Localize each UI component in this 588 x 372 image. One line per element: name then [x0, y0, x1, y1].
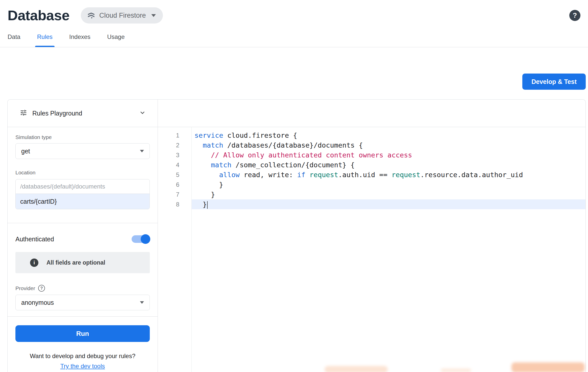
line-number: 6 [158, 180, 191, 190]
line-number: 4 [158, 160, 191, 170]
location-field: /databases/(default)/documents carts/{ca… [15, 179, 150, 209]
collapse-chevron-icon[interactable] [138, 109, 146, 118]
rules-card: Rules Playground Simulation type get Loc… [7, 99, 586, 372]
help-button[interactable]: ? [569, 10, 580, 21]
header: Database Cloud Firestore ? [0, 0, 588, 24]
provider-label-row: Provider ? [15, 285, 150, 292]
rules-editor: 12345678 service cloud.firestore { match… [158, 100, 585, 372]
rules-playground-panel: Rules Playground Simulation type get Loc… [8, 100, 158, 372]
tab-indexes[interactable]: Indexes [67, 29, 92, 47]
code-line-8[interactable]: } [192, 199, 585, 209]
develop-test-button[interactable]: Develop & Test [522, 74, 586, 90]
tab-data[interactable]: Data [6, 29, 22, 47]
firestore-rules-page: Database Cloud Firestore ? Data Rules In… [0, 0, 588, 372]
code-line-2[interactable]: match /databases/{database}/documents { [192, 140, 585, 150]
code-line-6[interactable]: } [192, 180, 585, 190]
toggle-knob [141, 234, 150, 244]
editor-gutter: 12345678 [158, 127, 192, 372]
dev-tools-question: Want to develop and debug your rules? [15, 353, 150, 360]
simulation-type-value: get [21, 148, 30, 155]
code-line-1[interactable]: service cloud.firestore { [192, 130, 585, 140]
firestore-icon [87, 11, 95, 20]
authenticated-row: Authenticated [15, 235, 150, 243]
line-number: 3 [158, 150, 191, 160]
text-cursor [207, 201, 208, 209]
provider-label: Provider [15, 285, 35, 291]
actions-row: Develop & Test [7, 74, 586, 90]
code-line-4[interactable]: match /some_collection/{document} { [192, 160, 585, 170]
rules-playground-title: Rules Playground [32, 110, 133, 117]
database-product-selector[interactable]: Cloud Firestore [81, 7, 163, 24]
editor-code[interactable]: service cloud.firestore { match /databas… [192, 127, 585, 372]
tab-usage[interactable]: Usage [105, 29, 127, 47]
provider-value: anonymous [21, 299, 54, 306]
code-line-3[interactable]: // Allow only authenticated content owne… [192, 150, 585, 160]
auth-section: Authenticated i All fields are optional … [8, 223, 158, 316]
provider-select[interactable]: anonymous [15, 295, 150, 310]
line-number: 2 [158, 140, 191, 150]
authenticated-toggle[interactable] [132, 235, 150, 243]
run-button[interactable]: Run [15, 325, 150, 342]
simulation-section: Simulation type get Location /databases/… [8, 127, 158, 223]
line-number: 5 [158, 170, 191, 180]
run-section: Run Want to develop and debug your rules… [8, 317, 158, 372]
line-number: 8 [158, 199, 191, 209]
provider-help-icon[interactable]: ? [38, 285, 45, 292]
code-line-5[interactable]: allow read, write: if request.auth.uid =… [192, 170, 585, 180]
simulation-type-label: Simulation type [15, 134, 150, 140]
question-mark-icon: ? [573, 12, 577, 19]
page-title: Database [8, 7, 69, 24]
chevron-down-icon [151, 14, 156, 17]
select-arrow-icon [140, 150, 144, 152]
info-icon: i [30, 259, 38, 267]
line-number: 1 [158, 130, 191, 140]
database-product-label: Cloud Firestore [99, 12, 146, 19]
location-input[interactable]: carts/{cartID} [16, 194, 150, 209]
simulation-type-select[interactable]: get [15, 143, 150, 159]
info-banner: i All fields are optional [15, 252, 150, 273]
location-prefix: /databases/(default)/documents [16, 179, 150, 194]
rules-playground-header[interactable]: Rules Playground [8, 100, 158, 127]
line-number: 7 [158, 190, 191, 199]
editor-toolbar [158, 100, 585, 127]
info-banner-text: All fields are optional [46, 259, 105, 266]
editor-body: 12345678 service cloud.firestore { match… [158, 127, 585, 372]
code-line-7[interactable]: } [192, 190, 585, 199]
tab-bar: Data Rules Indexes Usage [0, 29, 588, 47]
authenticated-label: Authenticated [15, 236, 54, 243]
tab-rules[interactable]: Rules [35, 29, 55, 47]
select-arrow-icon [140, 301, 144, 304]
dev-tools-link[interactable]: Try the dev tools [15, 363, 150, 370]
location-label: Location [15, 170, 150, 176]
tune-icon [20, 109, 27, 118]
